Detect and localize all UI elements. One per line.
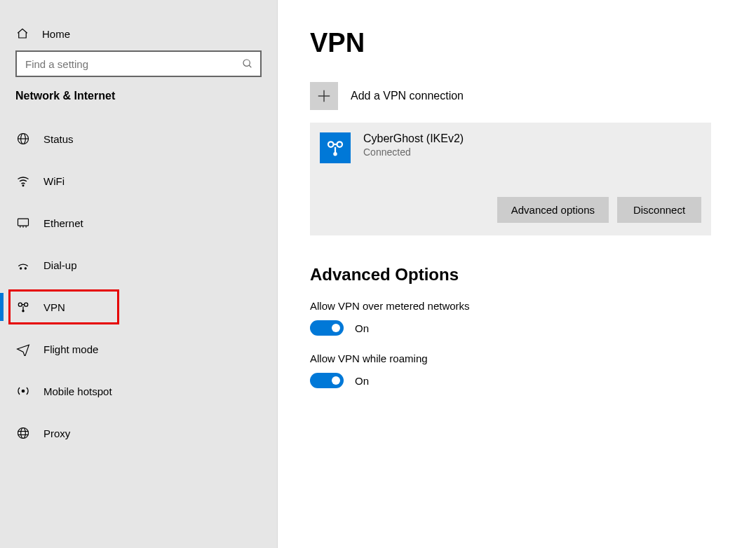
svg-line-1	[249, 65, 251, 67]
search-input[interactable]	[24, 57, 242, 71]
vpn-icon	[15, 300, 31, 314]
vpn-connection-name: CyberGhost (IKEv2)	[363, 132, 464, 145]
sidebar-item-hotspot[interactable]: Mobile hotspot	[0, 370, 277, 412]
sidebar-home-label: Home	[42, 28, 70, 40]
sidebar-item-label: Proxy	[43, 427, 70, 439]
svg-point-15	[22, 390, 24, 392]
page-title: VPN	[310, 28, 724, 58]
svg-point-13	[25, 303, 28, 306]
add-vpn-button[interactable]: Add a VPN connection	[310, 78, 724, 123]
svg-point-16	[18, 428, 29, 439]
sidebar-item-label: Flight mode	[43, 343, 98, 355]
sidebar-item-vpn[interactable]: VPN	[0, 286, 277, 328]
roaming-toggle-label: Allow VPN while roaming	[310, 352, 724, 364]
sidebar-item-status[interactable]: Status	[0, 118, 277, 160]
svg-point-24	[334, 153, 336, 155]
search-box[interactable]	[15, 50, 262, 77]
sidebar-item-label: Mobile hotspot	[43, 385, 112, 397]
main-content: VPN Add a VPN connection CyberGhost (IKE…	[278, 0, 756, 548]
svg-point-12	[18, 303, 22, 306]
vpn-connection-status: Connected	[363, 146, 464, 158]
sidebar-item-label: WiFi	[43, 175, 65, 187]
svg-point-11	[25, 268, 26, 269]
sidebar-item-proxy[interactable]: Proxy	[0, 412, 277, 454]
sidebar-section-label: Network & Internet	[0, 90, 277, 118]
disconnect-button[interactable]: Disconnect	[617, 197, 701, 223]
search-icon	[242, 58, 253, 69]
add-vpn-label: Add a VPN connection	[351, 90, 464, 102]
wifi-icon	[15, 174, 31, 188]
sidebar-item-ethernet[interactable]: Ethernet	[0, 202, 277, 244]
dialup-icon	[15, 258, 31, 272]
globe-icon	[15, 132, 31, 146]
roaming-toggle[interactable]	[310, 373, 344, 388]
sidebar: Home Network & Internet Status	[0, 0, 278, 548]
metered-toggle[interactable]	[310, 320, 344, 336]
sidebar-item-label: Dial-up	[43, 259, 77, 271]
sidebar-item-wifi[interactable]: WiFi	[0, 160, 277, 202]
svg-rect-6	[18, 219, 29, 226]
proxy-icon	[15, 426, 31, 440]
advanced-options-button[interactable]: Advanced options	[497, 197, 609, 223]
sidebar-item-label: Ethernet	[43, 217, 83, 229]
sidebar-nav: Status WiFi Ethernet	[0, 118, 277, 454]
airplane-icon	[15, 342, 31, 356]
sidebar-item-dialup[interactable]: Dial-up	[0, 244, 277, 286]
svg-point-23	[337, 142, 343, 147]
vpn-connection-card[interactable]: CyberGhost (IKEv2) Connected Advanced op…	[310, 123, 711, 235]
ethernet-icon	[15, 216, 31, 230]
sidebar-item-label: Status	[43, 133, 74, 145]
metered-toggle-state: On	[355, 322, 369, 334]
sidebar-item-flightmode[interactable]: Flight mode	[0, 328, 277, 370]
vpn-connection-icon	[320, 132, 351, 163]
svg-point-5	[22, 185, 24, 186]
sidebar-item-label: VPN	[43, 301, 65, 313]
advanced-options-heading: Advanced Options	[310, 265, 724, 285]
svg-point-14	[22, 310, 24, 312]
svg-point-17	[21, 428, 26, 439]
svg-point-10	[20, 268, 22, 269]
roaming-toggle-state: On	[355, 375, 369, 387]
svg-point-22	[328, 142, 334, 147]
advanced-options-section: Advanced Options Allow VPN over metered …	[310, 265, 724, 388]
svg-point-0	[243, 60, 250, 66]
hotspot-icon	[15, 384, 31, 398]
sidebar-home[interactable]: Home	[0, 17, 277, 50]
plus-icon	[310, 82, 338, 110]
metered-toggle-label: Allow VPN over metered networks	[310, 300, 724, 312]
home-icon	[15, 27, 29, 41]
